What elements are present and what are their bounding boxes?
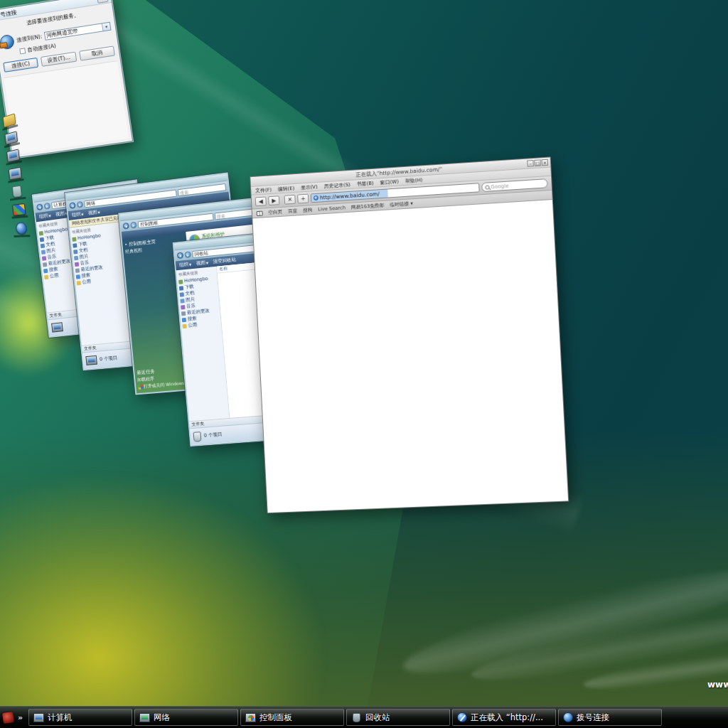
desktop-icon-control-panel[interactable] bbox=[4, 166, 26, 183]
cancel-button[interactable]: 取消 bbox=[79, 46, 115, 60]
back-icon[interactable]: ◂ bbox=[177, 252, 184, 259]
forward-icon[interactable]: ▸ bbox=[130, 222, 137, 229]
searches-icon bbox=[43, 268, 48, 273]
music-icon bbox=[181, 305, 185, 309]
dialup-icon bbox=[563, 712, 573, 722]
icon-label bbox=[11, 215, 28, 219]
desktop-icon-recycle-bin[interactable] bbox=[6, 184, 29, 201]
desktop-icon-computer[interactable] bbox=[1, 130, 23, 149]
browser-page-content bbox=[252, 200, 568, 513]
desktop-icon-installer[interactable] bbox=[8, 203, 31, 219]
window-browser[interactable]: 正在载入“http://www.baidu.com/” – □ × 文件(F) … bbox=[250, 156, 569, 513]
bookmark-sogou[interactable]: 搜狗 bbox=[303, 206, 313, 214]
bookmark-blank-page[interactable]: 空白页 bbox=[268, 208, 282, 216]
chevron-expand-icon[interactable]: » bbox=[18, 713, 23, 722]
user-folder-icon bbox=[178, 279, 183, 284]
bookmarks-book-icon[interactable] bbox=[257, 210, 263, 215]
network-computer-icon bbox=[85, 355, 97, 365]
bookmark-baidu[interactable]: 百度 bbox=[288, 208, 298, 215]
quick-launch-app-icon[interactable] bbox=[2, 712, 14, 724]
chevron-down-icon[interactable]: ▾ bbox=[102, 23, 110, 31]
dialog-close-button[interactable]: ✕ bbox=[97, 0, 109, 3]
music-icon bbox=[75, 262, 79, 266]
search-icon bbox=[485, 185, 489, 189]
bookmark-live-search[interactable]: Live Search bbox=[318, 205, 346, 212]
add-bookmark-button[interactable]: + bbox=[297, 194, 309, 204]
desktop-icon-network[interactable] bbox=[2, 148, 24, 166]
menu-help[interactable]: 帮助(H) bbox=[405, 176, 422, 185]
dialup-globe-icon bbox=[0, 34, 15, 50]
empty-recycle-bin-button[interactable]: 清空回收站 bbox=[213, 257, 237, 265]
taskbar-button-recycle-bin[interactable]: 回收站 bbox=[346, 709, 450, 726]
downloads-icon bbox=[40, 237, 44, 242]
menu-edit[interactable]: 编辑(E) bbox=[278, 185, 295, 193]
searches-icon bbox=[76, 274, 80, 279]
quick-launch: » bbox=[0, 712, 28, 723]
installer-icon bbox=[12, 203, 26, 216]
recycle-bin-icon bbox=[353, 713, 360, 722]
stop-button[interactable]: ✕ bbox=[284, 195, 296, 205]
url-text: http://www.baidu.com/ bbox=[320, 191, 380, 200]
back-button[interactable]: ◀ bbox=[255, 196, 267, 206]
organize-button[interactable]: 组织▾ bbox=[72, 211, 84, 219]
menu-file[interactable]: 文件(F) bbox=[255, 186, 272, 194]
organize-button[interactable]: 组织▾ bbox=[39, 213, 52, 220]
recent-changes-icon bbox=[43, 262, 47, 267]
network-icon bbox=[139, 713, 150, 722]
back-icon[interactable]: ◂ bbox=[122, 223, 129, 230]
taskbar-button-browser-loading[interactable]: 正在载入 “http://... bbox=[452, 709, 556, 726]
computer-icon bbox=[33, 713, 44, 722]
auto-connect-checkbox[interactable] bbox=[19, 48, 26, 54]
watermark-text: www bbox=[707, 680, 728, 690]
taskbar: » 计算机 网络 控制面板 回收站 正在载入 “http://... 拨号连接 bbox=[0, 706, 728, 728]
network-item-count: 0 个项目 bbox=[100, 355, 118, 363]
bookmark-temp-links[interactable]: 临时链接 ▾ bbox=[390, 200, 413, 208]
documents-icon bbox=[73, 250, 77, 255]
forward-icon[interactable]: ▸ bbox=[184, 251, 191, 258]
desktop-icon-browser[interactable] bbox=[10, 222, 33, 238]
forward-icon[interactable]: ▸ bbox=[77, 201, 83, 208]
menu-view[interactable]: 显示(V) bbox=[301, 183, 318, 191]
taskbar-button-computer[interactable]: 计算机 bbox=[28, 709, 132, 726]
browser-icon bbox=[457, 712, 467, 722]
connect-to-label: 连接到(N): bbox=[16, 33, 43, 44]
views-button[interactable]: 视图▾ bbox=[88, 209, 100, 217]
back-icon[interactable]: ◂ bbox=[36, 203, 43, 210]
organize-button[interactable]: 组织▾ bbox=[179, 261, 192, 269]
settings-button[interactable]: 设置(T)... bbox=[41, 52, 77, 67]
taskbar-button-network[interactable]: 网络 bbox=[134, 709, 238, 726]
minimize-button[interactable]: – bbox=[527, 160, 534, 167]
maximize-button[interactable]: □ bbox=[534, 159, 541, 166]
taskbar-button-control-panel[interactable]: 控制面板 bbox=[240, 709, 344, 726]
computer-icon bbox=[51, 322, 63, 332]
searches-icon bbox=[182, 317, 186, 321]
public-folder-icon bbox=[44, 274, 48, 279]
music-icon bbox=[42, 256, 46, 261]
menu-window[interactable]: 窗口(W) bbox=[380, 178, 399, 186]
menu-history[interactable]: 历史记录(S) bbox=[323, 181, 350, 189]
icon-label bbox=[14, 235, 30, 237]
documents-icon bbox=[41, 243, 45, 248]
menu-bookmarks[interactable]: 书签(B) bbox=[356, 179, 374, 187]
user-folder-icon bbox=[39, 230, 43, 235]
connect-button[interactable]: 连接(C) bbox=[3, 58, 38, 73]
recycle-bin-icon bbox=[193, 432, 202, 442]
downloads-icon bbox=[179, 286, 183, 291]
pictures-icon bbox=[74, 255, 78, 259]
forward-icon[interactable]: ▸ bbox=[44, 203, 51, 210]
taskbar-buttons: 计算机 网络 控制面板 回收站 正在载入 “http://... 拨号连接 bbox=[28, 709, 662, 726]
back-icon[interactable]: ◂ bbox=[69, 202, 75, 209]
taskbar-button-dialup[interactable]: 拨号连接 bbox=[558, 709, 662, 726]
name-column-header[interactable]: 名称 bbox=[219, 265, 228, 272]
google-search-field[interactable]: Google bbox=[481, 178, 548, 192]
downloads-icon bbox=[73, 243, 77, 248]
public-folder-icon bbox=[182, 323, 186, 328]
views-button[interactable]: 视图▾ bbox=[196, 259, 209, 267]
browser-window-controls: – □ × bbox=[527, 159, 548, 167]
bookmark-163-mail[interactable]: 网易163免费邮 bbox=[351, 202, 385, 211]
pictures-icon bbox=[41, 250, 46, 255]
control-panel-icon bbox=[9, 167, 22, 181]
browser-icon bbox=[15, 222, 27, 235]
forward-button[interactable]: ▶ bbox=[268, 196, 279, 205]
close-button[interactable]: × bbox=[542, 159, 549, 166]
